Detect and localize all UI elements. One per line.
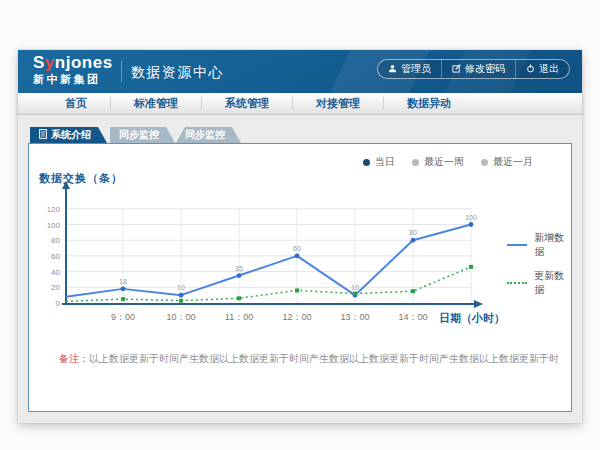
- main-nav: 首页 标准管理 系统管理 对接管理 数据异动: [18, 93, 582, 115]
- tab-sync-monitor-2[interactable]: 同步监控: [176, 127, 241, 143]
- nav-item-data-change[interactable]: 数据异动: [383, 97, 474, 110]
- tab-sync-monitor-2-label: 同步监控: [185, 128, 225, 142]
- logo-wordmark: Synjones: [33, 54, 113, 72]
- svg-text:日期（小时）: 日期（小时）: [439, 312, 505, 325]
- header-divider: [121, 61, 122, 82]
- svg-text:10: 10: [177, 284, 185, 291]
- nav-item-docking-mgmt[interactable]: 对接管理: [292, 97, 383, 110]
- svg-text:35: 35: [235, 265, 243, 272]
- logout-button[interactable]: 退出: [515, 60, 569, 78]
- svg-text:10: 10: [351, 284, 359, 291]
- svg-text:100: 100: [465, 214, 477, 221]
- company-logo: Synjones 新中新集团: [33, 54, 113, 85]
- svg-text:13：00: 13：00: [340, 312, 369, 322]
- logout-label: 退出: [539, 62, 559, 76]
- user-icon: [388, 64, 397, 75]
- tab-sync-monitor-1-label: 同步监控: [119, 128, 159, 142]
- line-chart: 0204060801001209：0010：0011：0012：0013：001…: [29, 144, 573, 411]
- svg-text:14：00: 14：00: [398, 312, 427, 322]
- svg-text:20: 20: [51, 283, 60, 292]
- svg-text:120: 120: [47, 205, 61, 214]
- tab-sync-monitor-1[interactable]: 同步监控: [110, 127, 175, 143]
- svg-text:40: 40: [51, 268, 60, 277]
- tab-system-intro[interactable]: 系统介绍: [30, 127, 107, 143]
- content-area: 系统介绍 同步监控 同步监控 当日 最近一周: [18, 115, 582, 423]
- svg-text:60: 60: [51, 252, 60, 261]
- footnote-text: 以上数据更新于时间产生数据以上数据更新于时间产生数据以上数据更新于时间产生数据以…: [89, 353, 559, 364]
- svg-text:10：00: 10：00: [166, 312, 195, 322]
- svg-text:9：00: 9：00: [111, 312, 135, 322]
- nav-item-home[interactable]: 首页: [42, 97, 110, 110]
- user-toolbar: 管理员 修改密码 退出: [377, 59, 570, 79]
- tab-bar: 系统介绍 同步监控 同步监控: [30, 127, 241, 143]
- change-password-button[interactable]: 修改密码: [441, 60, 515, 78]
- svg-text:12：00: 12：00: [282, 312, 311, 322]
- solid-line-sample-icon: [507, 244, 527, 246]
- svg-text:80: 80: [51, 236, 60, 245]
- legend-new-data-label: 新增数据: [534, 231, 571, 259]
- svg-text:100: 100: [47, 221, 61, 230]
- change-password-label: 修改密码: [465, 62, 505, 76]
- app-header: Synjones 新中新集团 数据资源中心 管理员 修改密码: [18, 50, 582, 93]
- app-window: Synjones 新中新集团 数据资源中心 管理员 修改密码: [18, 50, 582, 423]
- admin-user-label: 管理员: [401, 62, 431, 76]
- legend-updated-data[interactable]: 更新数据: [507, 269, 571, 297]
- svg-text:18: 18: [119, 278, 127, 285]
- tab-system-intro-label: 系统介绍: [51, 128, 91, 142]
- edit-icon: [452, 64, 461, 75]
- power-icon: [526, 64, 535, 75]
- svg-text:60: 60: [293, 245, 301, 252]
- page-title: 数据资源中心: [131, 64, 224, 82]
- svg-text:80: 80: [409, 229, 417, 236]
- legend-new-data[interactable]: 新增数据: [507, 231, 571, 259]
- chart-legend: 新增数据 更新数据: [507, 231, 571, 297]
- nav-item-system-mgmt[interactable]: 系统管理: [201, 97, 292, 110]
- nav-item-standard-mgmt[interactable]: 标准管理: [110, 97, 201, 110]
- dotted-line-sample-icon: [507, 282, 527, 284]
- svg-text:11：00: 11：00: [225, 312, 253, 322]
- footnote: 备注：以上数据更新于时间产生数据以上数据更新于时间产生数据以上数据更新于时间产生…: [59, 352, 559, 366]
- logo-company-name: 新中新集团: [33, 74, 113, 86]
- document-icon: [39, 129, 47, 141]
- svg-text:0: 0: [56, 299, 61, 308]
- legend-updated-data-label: 更新数据: [534, 269, 571, 297]
- admin-user-button[interactable]: 管理员: [378, 60, 441, 78]
- footnote-prefix: 备注：: [59, 353, 89, 364]
- chart-panel: 当日 最近一周 最近一月 数据交换（条） 0204060801001209：00…: [28, 143, 572, 412]
